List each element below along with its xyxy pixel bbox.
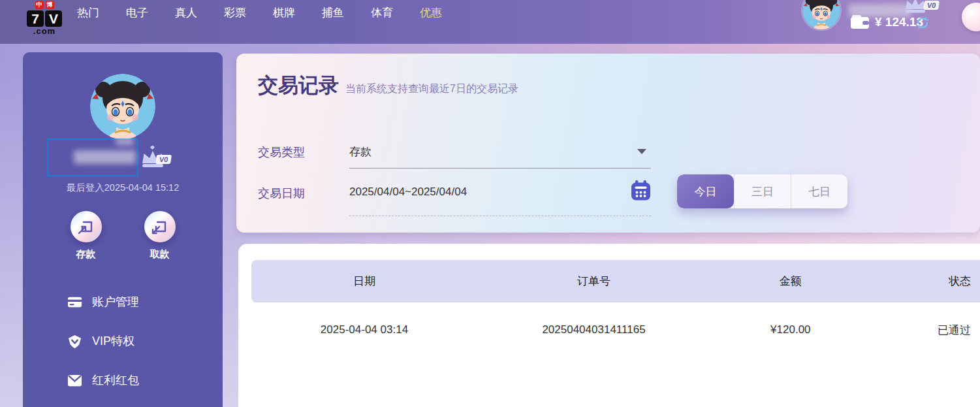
sidebar-actions: 存款 取款 <box>23 211 223 261</box>
sidebar: V0 最后登入2025-04-04 15:12 存款 取款 账户管理 VIP特权… <box>23 52 223 407</box>
transaction-type-label: 交易类型 <box>258 144 305 160</box>
brand-tile-v: V <box>45 10 62 27</box>
table-cell-3: ¥120.00 <box>710 323 871 336</box>
sidebar-action-2[interactable]: 取款 <box>134 211 186 261</box>
table-header: 日期订单号金额状态 <box>251 260 980 302</box>
page-title: 交易记录 <box>258 72 339 99</box>
period-button-3[interactable]: 七日 <box>791 174 847 208</box>
period-button-group: 今日三日七日 <box>677 174 847 208</box>
nav-item-2[interactable]: 电子 <box>126 5 148 20</box>
chevron-down-icon[interactable] <box>637 149 646 154</box>
table-cell-1: 2025-04-04 03:14 <box>251 323 477 336</box>
card-icon <box>67 295 82 310</box>
brand-suffix: .com <box>33 26 55 36</box>
table-cell-2: 20250404031411165 <box>477 323 710 336</box>
page-subtitle: 当前系统支持查询最近7日的交易记录 <box>345 82 518 96</box>
sidebar-avatar <box>90 74 155 139</box>
brand-name: 7 V <box>27 10 62 27</box>
panel-title-row: 交易记录 当前系统支持查询最近7日的交易记录 <box>258 72 518 99</box>
last-login-text: 最后登入2025-04-04 15:12 <box>23 182 223 194</box>
wallet-icon <box>851 15 870 29</box>
date-field-underline <box>349 216 651 216</box>
sidebar-vip-level-badge: V0 <box>155 155 172 164</box>
menu-item-label: VIP特权 <box>92 333 134 349</box>
column-header-2: 订单号 <box>477 274 710 289</box>
brand-logo[interactable]: 中 博 7 V .com <box>22 0 67 36</box>
nav-item-8[interactable]: 优惠 <box>420 5 442 20</box>
menu-item-label: 账户管理 <box>92 294 139 310</box>
nav-item-1[interactable]: 热门 <box>77 5 99 20</box>
table-body: 2025-04-04 03:1420250404031411165¥120.00… <box>251 302 980 357</box>
deposit-icon <box>71 211 102 242</box>
transaction-filter-panel: 交易记录 当前系统支持查询最近7日的交易记录 交易类型 存款 交易日期 2025… <box>236 54 980 233</box>
brand-logo-top: 中 博 <box>35 1 54 9</box>
nav-item-7[interactable]: 体育 <box>371 5 393 20</box>
brand-char-1: 中 <box>35 1 44 9</box>
action-label: 存款 <box>76 248 96 261</box>
table-row: 2025-04-04 03:1420250404031411165¥120.00… <box>251 302 980 357</box>
vip-level-badge: V0 <box>923 1 940 10</box>
brand-tile-7: 7 <box>27 10 44 27</box>
transaction-date-label: 交易日期 <box>258 186 305 201</box>
withdraw-icon <box>144 211 176 242</box>
column-header-3: 金额 <box>710 274 871 289</box>
nav-item-4[interactable]: 彩票 <box>224 5 246 20</box>
sidebar-action-1[interactable]: 存款 <box>60 211 112 261</box>
calendar-icon[interactable] <box>631 180 651 201</box>
refresh-balance-icon[interactable] <box>915 16 930 30</box>
transaction-date-input[interactable]: 2025/04/04~2025/04/04 <box>349 186 610 199</box>
sidebar-username-blurred <box>74 150 136 164</box>
sidebar-item-3[interactable]: 红利红包 <box>67 370 139 390</box>
sidebar-menu: 账户管理 VIP特权 红利红包 <box>67 292 139 390</box>
menu-item-label: 红利红包 <box>92 372 139 388</box>
envelope-icon <box>67 373 82 388</box>
period-button-1[interactable]: 今日 <box>677 174 734 208</box>
user-avatar[interactable] <box>801 0 842 31</box>
nav-item-6[interactable]: 捕鱼 <box>322 5 344 20</box>
nav-item-5[interactable]: 棋牌 <box>273 5 295 20</box>
column-header-4: 状态 <box>871 274 980 289</box>
transaction-table-panel: 日期订单号金额状态 2025-04-04 03:1420250404031411… <box>238 244 980 407</box>
top-navbar: 中 博 7 V .com 热门电子真人彩票棋牌捕鱼体育优惠 V0 <box>0 0 980 44</box>
brand-char-2: 博 <box>46 1 54 9</box>
vip-icon <box>67 334 82 349</box>
table-cell-4: 已通过 <box>871 323 980 338</box>
action-label: 取款 <box>150 248 170 261</box>
period-button-2[interactable]: 三日 <box>734 174 791 208</box>
sidebar-username-blurred-2 <box>116 138 134 145</box>
nav-item-3[interactable]: 真人 <box>175 5 197 20</box>
nav-menu: 热门电子真人彩票棋牌捕鱼体育优惠 <box>77 3 442 22</box>
column-header-1: 日期 <box>251 274 477 289</box>
sidebar-item-2[interactable]: VIP特权 <box>67 331 139 351</box>
transaction-type-select[interactable]: 存款 <box>349 144 637 159</box>
sidebar-item-1[interactable]: 账户管理 <box>67 292 139 312</box>
type-field-underline <box>349 168 651 169</box>
